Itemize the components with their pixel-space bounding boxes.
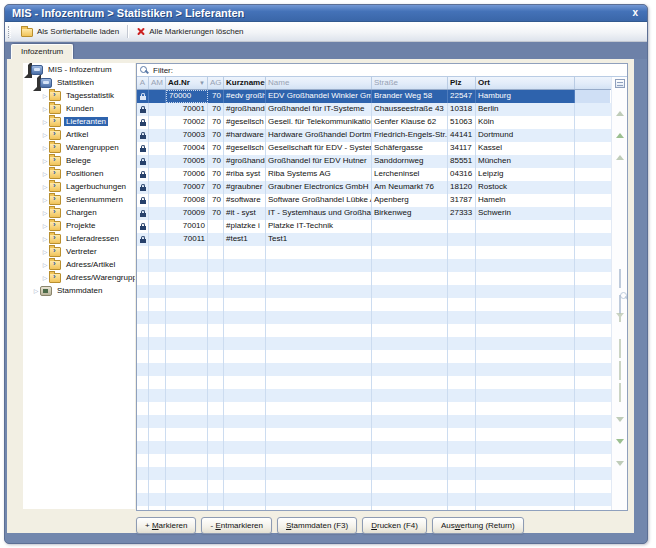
tree-item-warengruppen[interactable]: ▷Warengruppen <box>23 141 135 154</box>
table-row[interactable]: 7000170#großhandeGroßhandel für IT-Syste… <box>137 103 611 116</box>
cell-ag[interactable]: 70 <box>208 116 224 129</box>
tree-item-seriennummern[interactable]: ▷Seriennummern <box>23 193 135 206</box>
cell-sel[interactable] <box>575 155 610 168</box>
column-header-plz[interactable]: Plz <box>448 77 476 89</box>
cell-name[interactable]: IT - Systemhaus und Großhandel <box>266 207 372 220</box>
page-up-button[interactable] <box>616 138 624 156</box>
cell-adnr[interactable]: 70000 <box>166 90 208 103</box>
tree-item-artikel[interactable]: ▷Artikel <box>23 128 135 141</box>
cell-adnr[interactable]: 70009 <box>166 207 208 220</box>
cell-plz[interactable]: 44141 <box>448 129 476 142</box>
cell-name[interactable]: Platzke IT-Technik <box>266 220 372 233</box>
cell-a[interactable] <box>137 90 149 103</box>
cell-name[interactable]: Gesell. für Telekommunikation <box>266 116 372 129</box>
cell-kurzname[interactable]: #it - syst <box>224 207 266 220</box>
cell-name[interactable]: Großhandel für IT-Systeme <box>266 103 372 116</box>
tree-item-statistiken[interactable]: Statistiken <box>23 76 135 89</box>
cell-plz[interactable]: 27333 <box>448 207 476 220</box>
toolbar-grip[interactable] <box>8 26 11 38</box>
table-row[interactable]: 7000870#softwareSoftware Großhandel Lübk… <box>137 194 611 207</box>
table-row[interactable]: 7000270#gesellschGesell. für Telekommuni… <box>137 116 611 129</box>
cell-ort[interactable]: Rostock <box>476 181 575 194</box>
cell-kurzname[interactable]: #test1 <box>224 233 266 246</box>
cell-strasse[interactable]: Genfer Klause 62 <box>372 116 448 129</box>
cell-am[interactable] <box>149 129 166 142</box>
table-row[interactable]: 70011#test1Test1 <box>137 233 611 246</box>
cell-a[interactable] <box>137 129 149 142</box>
column-header-am[interactable]: AM <box>149 77 166 89</box>
expand-arrow-icon[interactable]: ▷ <box>41 262 49 268</box>
expand-arrow-icon[interactable]: ▷ <box>41 158 49 164</box>
cell-strasse[interactable]: Sanddornweg <box>372 155 448 168</box>
cell-adnr[interactable]: 70010 <box>166 220 208 233</box>
cell-adnr[interactable]: 70002 <box>166 116 208 129</box>
cell-ort[interactable]: Kassel <box>476 142 575 155</box>
move-down-button[interactable] <box>616 444 624 462</box>
cell-ag[interactable]: 70 <box>208 194 224 207</box>
column-header-strasse[interactable]: Straße <box>372 77 448 89</box>
cell-am[interactable] <box>149 116 166 129</box>
cell-name[interactable]: Großhandel für EDV Hutner <box>266 155 372 168</box>
cell-sel[interactable] <box>575 207 610 220</box>
cell-sel[interactable] <box>575 233 610 246</box>
expand-arrow-icon[interactable]: ▷ <box>41 275 49 281</box>
cell-am[interactable] <box>149 168 166 181</box>
cell-ag[interactable]: 70 <box>208 90 224 103</box>
cell-strasse[interactable]: Friedrich-Engels-Str. <box>372 129 448 142</box>
move-up-button[interactable] <box>616 116 624 134</box>
card-view-icon[interactable] <box>619 270 621 288</box>
cell-ag[interactable]: 70 <box>208 168 224 181</box>
column-header-ag[interactable]: AG <box>208 77 224 89</box>
cell-strasse[interactable]: Birkenweg <box>372 207 448 220</box>
close-button[interactable]: x <box>630 8 640 18</box>
cell-a[interactable] <box>137 103 149 116</box>
cell-a[interactable] <box>137 181 149 194</box>
tab-infozentrum[interactable]: Infozentrum <box>11 44 73 59</box>
tree-item-projekte[interactable]: ▷Projekte <box>23 219 135 232</box>
cell-sel[interactable] <box>575 142 610 155</box>
cell-a[interactable] <box>137 142 149 155</box>
tree-item-adress-artikel[interactable]: ▷Adress/Artikel <box>23 258 135 271</box>
cell-ort[interactable]: München <box>476 155 575 168</box>
expand-arrow-icon[interactable]: ▷ <box>41 236 49 242</box>
cell-plz[interactable]: 31787 <box>448 194 476 207</box>
expand-arrow-icon[interactable]: ▷ <box>41 93 49 99</box>
cell-strasse[interactable]: Lercheninsel <box>372 168 448 181</box>
entmarkieren-button[interactable]: - Entmarkieren <box>201 517 271 534</box>
cell-name[interactable]: Software Großhandel Lübke AG <box>266 194 372 207</box>
cell-am[interactable] <box>149 181 166 194</box>
cell-kurzname[interactable]: #großhande <box>224 155 266 168</box>
view-option-icon-1[interactable] <box>619 340 621 358</box>
tree-item-mis-infozentrum[interactable]: MIS - Infozentrum <box>23 63 135 76</box>
expand-arrow-icon[interactable]: ▷ <box>41 210 49 216</box>
cell-sel[interactable] <box>575 220 610 233</box>
cell-ort[interactable] <box>476 233 575 246</box>
cell-ort[interactable]: Hamburg <box>476 90 575 103</box>
cell-ag[interactable]: 70 <box>208 142 224 155</box>
tree-item-kunden[interactable]: ▷Kunden <box>23 102 135 115</box>
scroll-to-bottom-button[interactable] <box>616 466 624 484</box>
cell-ag[interactable]: 70 <box>208 129 224 142</box>
cell-a[interactable] <box>137 116 149 129</box>
tree-item-chargen[interactable]: ▷Chargen <box>23 206 135 219</box>
cell-am[interactable] <box>149 103 166 116</box>
view-option-icon-2[interactable] <box>619 362 621 380</box>
cell-a[interactable] <box>137 207 149 220</box>
cell-kurzname[interactable]: #gesellsch <box>224 116 266 129</box>
tree-item-lieferadressen[interactable]: ▷Lieferadressen <box>23 232 135 245</box>
cell-plz[interactable]: 85551 <box>448 155 476 168</box>
cell-am[interactable] <box>149 142 166 155</box>
table-row[interactable]: 7000770#graubnerGraubner Electronics Gmb… <box>137 181 611 194</box>
cell-kurzname[interactable]: #graubner <box>224 181 266 194</box>
filter-funnel-icon[interactable] <box>616 318 624 336</box>
cell-plz[interactable]: 04316 <box>448 168 476 181</box>
cell-plz[interactable]: 18120 <box>448 181 476 194</box>
cell-ag[interactable]: 70 <box>208 207 224 220</box>
cell-sel[interactable] <box>575 90 610 103</box>
tree-item-belege[interactable]: ▷Belege <box>23 154 135 167</box>
cell-a[interactable] <box>137 194 149 207</box>
cell-ag[interactable]: 70 <box>208 103 224 116</box>
cell-name[interactable]: Riba Systems AG <box>266 168 372 181</box>
column-header-kurzname[interactable]: Kurzname <box>224 77 266 89</box>
cell-name[interactable]: Graubner Electronics GmbH <box>266 181 372 194</box>
